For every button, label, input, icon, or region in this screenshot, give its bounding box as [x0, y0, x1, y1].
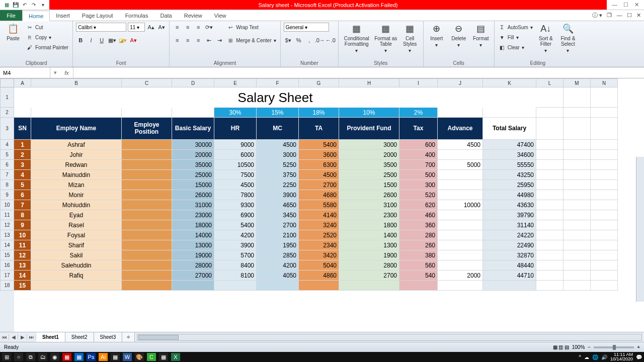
- cell-basic[interactable]: 25000: [172, 170, 214, 180]
- cell-tax[interactable]: 400: [399, 150, 438, 160]
- app-icon[interactable]: C: [147, 353, 156, 361]
- cell-sn[interactable]: 8: [14, 210, 31, 220]
- cell-name[interactable]: Rafiq: [31, 270, 122, 281]
- explorer-icon[interactable]: 🗂: [38, 353, 47, 361]
- cell-ta[interactable]: 2340: [299, 240, 339, 250]
- cell-total[interactable]: 48440: [483, 260, 536, 270]
- col-header[interactable]: G: [299, 78, 339, 87]
- close-button[interactable]: ✕: [634, 2, 639, 8]
- cell-sn[interactable]: 4: [14, 170, 31, 180]
- qat-dropdown-icon[interactable]: ▾: [39, 2, 46, 9]
- app-icon[interactable]: 🎨: [135, 353, 144, 361]
- cell-advance[interactable]: [438, 190, 483, 200]
- hdr-sn[interactable]: SN: [14, 118, 31, 140]
- cell-ta[interactable]: 5580: [299, 200, 339, 210]
- cell-name[interactable]: Mizan: [31, 180, 122, 190]
- cell-mc[interactable]: 2250: [257, 180, 299, 190]
- cell-name[interactable]: Salehuddin: [31, 260, 122, 270]
- cell-ta[interactable]: 3600: [299, 150, 339, 160]
- conditional-formatting-button[interactable]: ▦Conditional Formatting▾: [342, 23, 372, 53]
- cell-basic[interactable]: 28000: [172, 260, 214, 270]
- cell-ta[interactable]: 3240: [299, 220, 339, 230]
- align-left-icon[interactable]: ≡: [173, 36, 182, 45]
- hdr-total[interactable]: Total Salary: [483, 118, 536, 140]
- cell-position[interactable]: [122, 260, 172, 270]
- cell-basic[interactable]: 18000: [172, 220, 214, 230]
- hdr-ta[interactable]: TA: [299, 118, 339, 140]
- hdr-pf[interactable]: Provident Fund: [339, 118, 399, 140]
- align-top-icon[interactable]: ≡: [173, 23, 182, 32]
- row-header[interactable]: 15: [0, 250, 14, 260]
- cell-basic[interactable]: 20000: [172, 150, 214, 160]
- cell-basic[interactable]: 31000: [172, 200, 214, 210]
- cell-position[interactable]: [122, 230, 172, 240]
- cell-sn[interactable]: 14: [14, 270, 31, 281]
- cell-hr[interactable]: 5400: [214, 220, 257, 230]
- cell-name[interactable]: Mohiuddin: [31, 200, 122, 210]
- cell-basic[interactable]: 35000: [172, 160, 214, 170]
- sheet-nav-last[interactable]: ⏭: [27, 334, 36, 340]
- cell-basic[interactable]: 15000: [172, 180, 214, 190]
- paste-button[interactable]: 📋Paste: [3, 23, 23, 41]
- cell-tax[interactable]: 700: [399, 160, 438, 170]
- sheet-tab-3[interactable]: Sheet3: [94, 332, 123, 342]
- horizontal-scrollbar[interactable]: [137, 334, 642, 341]
- cell-mc[interactable]: 4050: [257, 270, 299, 281]
- cell-total[interactable]: 44980: [483, 190, 536, 200]
- decrease-font-icon[interactable]: A▾: [157, 23, 166, 32]
- cell-hr[interactable]: 7500: [214, 170, 257, 180]
- decrease-indent-icon[interactable]: ⇤: [204, 36, 213, 45]
- row-header[interactable]: 18: [0, 281, 14, 291]
- cell-pf[interactable]: 1800: [339, 220, 399, 230]
- merge-center-button[interactable]: ⊞Merge & Center ▾: [226, 36, 277, 45]
- cell-advance[interactable]: 5000: [438, 160, 483, 170]
- cell-hr[interactable]: 7800: [214, 190, 257, 200]
- delete-cells-button[interactable]: ⊖Delete▾: [449, 23, 469, 48]
- cell-tax[interactable]: 260: [399, 240, 438, 250]
- row-header[interactable]: 6: [0, 160, 14, 170]
- border-button[interactable]: ▦▾: [108, 36, 117, 45]
- cell-mc[interactable]: 5250: [257, 160, 299, 170]
- cell-sn[interactable]: 3: [14, 160, 31, 170]
- cell-total[interactable]: 43250: [483, 170, 536, 180]
- sheet-tab-2[interactable]: Sheet2: [65, 332, 94, 342]
- cell-ta[interactable]: 2700: [299, 180, 339, 190]
- row-header[interactable]: 4: [0, 140, 14, 150]
- cell-mc[interactable]: 3900: [257, 190, 299, 200]
- sheet-tab-1[interactable]: Sheet1: [36, 332, 65, 342]
- cell-name[interactable]: Rasel: [31, 220, 122, 230]
- cell-position[interactable]: [122, 150, 172, 160]
- font-name-combo[interactable]: Calibri ▾: [76, 23, 126, 32]
- cell-sn[interactable]: 11: [14, 240, 31, 250]
- cell-advance[interactable]: [438, 240, 483, 250]
- cell-mc[interactable]: 1950: [257, 240, 299, 250]
- cell-ta[interactable]: 6300: [299, 160, 339, 170]
- cell-total[interactable]: 43630: [483, 200, 536, 210]
- font-size-combo[interactable]: 11 ▾: [128, 23, 145, 32]
- cell-sn[interactable]: 12: [14, 250, 31, 260]
- cell-pf[interactable]: 3100: [339, 200, 399, 210]
- start-button[interactable]: ⊞: [2, 353, 11, 361]
- insert-cells-button[interactable]: ⊕Insert▾: [427, 23, 447, 48]
- cell-mc[interactable]: 2700: [257, 220, 299, 230]
- currency-icon[interactable]: $▾: [284, 36, 293, 45]
- cell-hr[interactable]: 8100: [214, 270, 257, 281]
- cell-basic[interactable]: 13000: [172, 240, 214, 250]
- chrome-icon[interactable]: ◉: [50, 353, 59, 361]
- cell-pf[interactable]: 1300: [339, 240, 399, 250]
- cell-tax[interactable]: 460: [399, 210, 438, 220]
- cell-name[interactable]: Sakil: [31, 250, 122, 260]
- cell-basic[interactable]: 14000: [172, 230, 214, 240]
- cell-name[interactable]: Mainuddin: [31, 170, 122, 180]
- row-header[interactable]: 1: [0, 87, 14, 108]
- pct-mc[interactable]: 15%: [257, 108, 299, 118]
- sheet-nav-prev[interactable]: ◀: [9, 334, 18, 340]
- cell-pf[interactable]: 2300: [339, 210, 399, 220]
- cell-hr[interactable]: 4200: [214, 230, 257, 240]
- align-middle-icon[interactable]: ≡: [183, 23, 192, 32]
- cell-styles-button[interactable]: ▦Cell Styles▾: [400, 23, 420, 53]
- format-cells-button[interactable]: ▤Format▾: [471, 23, 491, 48]
- increase-font-icon[interactable]: A▴: [146, 23, 155, 32]
- cell-sn[interactable]: 6: [14, 190, 31, 200]
- minimize-button[interactable]: —: [612, 2, 617, 8]
